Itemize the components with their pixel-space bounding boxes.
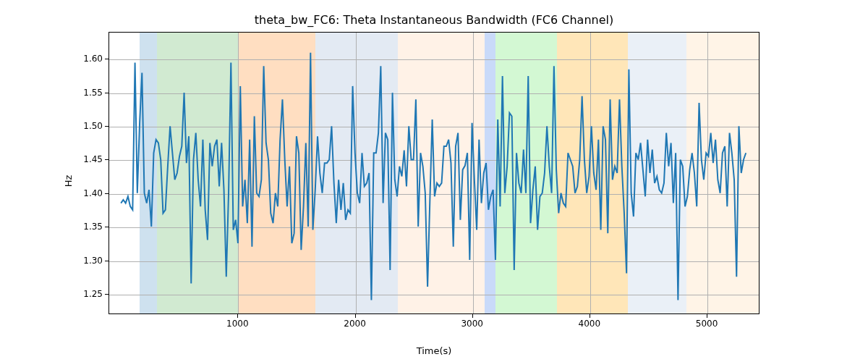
y-tick-label: 1.35 xyxy=(83,222,103,232)
y-tick-label: 1.25 xyxy=(83,289,103,299)
x-tick-mark xyxy=(707,314,707,318)
x-tick-mark xyxy=(472,314,473,318)
x-tick-label: 2000 xyxy=(344,319,366,329)
x-tick-mark xyxy=(237,314,238,318)
chart-container: theta_bw_FC6: Theta Instantaneous Bandwi… xyxy=(0,0,868,362)
plot-area xyxy=(109,32,760,314)
x-tick-mark xyxy=(355,314,356,318)
x-tick-label: 3000 xyxy=(461,319,483,329)
y-tick-label: 1.60 xyxy=(83,54,103,64)
x-tick-mark xyxy=(590,314,590,318)
y-axis-ticks: 1.251.301.351.401.451.501.551.60 xyxy=(0,32,103,314)
y-tick-label: 1.45 xyxy=(83,154,103,164)
x-tick-label: 1000 xyxy=(226,319,249,329)
x-axis-label: Time(s) xyxy=(417,345,452,356)
x-axis-ticks: 10002000300040005000 xyxy=(109,319,760,333)
y-tick-label: 1.30 xyxy=(83,256,103,266)
y-tick-label: 1.50 xyxy=(83,121,103,131)
chart-title: theta_bw_FC6: Theta Instantaneous Bandwi… xyxy=(0,13,868,27)
y-tick-label: 1.40 xyxy=(83,188,103,198)
y-tick-label: 1.55 xyxy=(83,88,103,98)
x-tick-label: 4000 xyxy=(579,319,601,329)
x-tick-label: 5000 xyxy=(696,319,718,329)
data-line xyxy=(109,33,759,313)
